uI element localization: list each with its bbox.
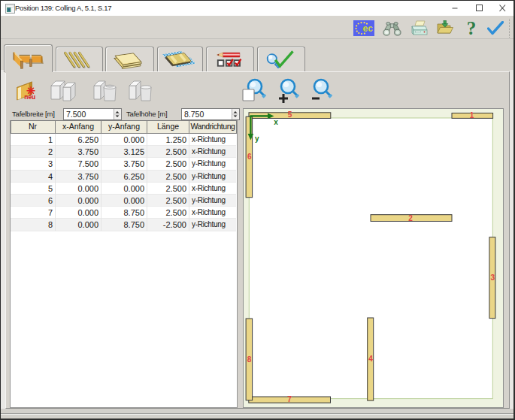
svg-text:y: y [255,134,259,143]
svg-text:6: 6 [247,153,252,161]
svg-text:8: 8 [247,355,252,364]
svg-text:ec: ec [363,23,374,34]
svg-text:1: 1 [470,111,474,119]
svg-text:neu: neu [24,93,35,101]
svg-text:3: 3 [490,273,495,282]
svg-text:7: 7 [287,395,292,403]
svg-text:2: 2 [408,214,413,222]
svg-text:x: x [274,118,278,126]
svg-text:4: 4 [368,355,373,363]
svg-text:5: 5 [288,110,292,119]
